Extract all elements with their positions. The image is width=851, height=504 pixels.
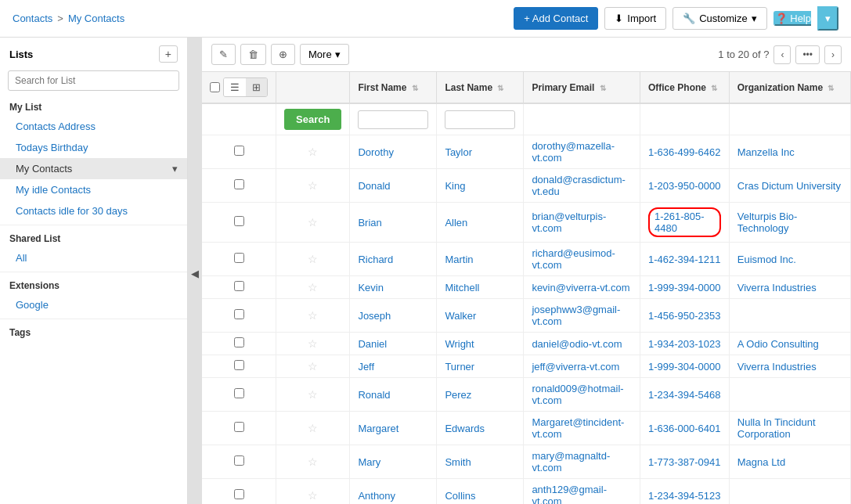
email-link[interactable]: jeff@viverra-vt.com — [532, 361, 619, 373]
org-link[interactable]: Euismod Inc. — [737, 254, 796, 265]
phone-link[interactable]: 1-203-950-0000 — [648, 180, 721, 192]
last-name-link[interactable]: Walker — [445, 310, 476, 322]
sidebar-item-my-contacts[interactable]: My Contacts ▾ — [0, 158, 187, 179]
phone-link[interactable]: 1-234-394-5123 — [648, 490, 721, 502]
row-checkbox[interactable] — [234, 253, 244, 263]
org-link[interactable]: Velturpis Bio-Technology — [737, 211, 798, 234]
first-name-link[interactable]: Jeff — [358, 361, 374, 373]
sidebar-item-todays-birthday[interactable]: Todays Birthday — [0, 137, 187, 158]
last-name-link[interactable]: Wright — [445, 338, 474, 350]
org-link[interactable]: Manzella Inc — [737, 146, 795, 158]
search-button[interactable]: Search — [284, 109, 341, 130]
more-button[interactable]: More ▾ — [300, 44, 349, 65]
add-contact-button[interactable]: + Add Contact — [514, 7, 598, 30]
breadcrumb-current[interactable]: My Contacts — [68, 13, 124, 24]
breadcrumb-root[interactable]: Contacts — [13, 13, 52, 24]
email-link[interactable]: ronald009@hotmail-vt.com — [532, 383, 623, 406]
star-icon[interactable]: ☆ — [308, 253, 318, 265]
email-link[interactable]: brian@velturpis-vt.com — [532, 211, 606, 234]
pagination-prev-button[interactable]: ‹ — [773, 45, 791, 64]
customize-button[interactable]: 🔧 Customize ▾ — [673, 7, 766, 30]
phone-link[interactable]: 1-999-304-0000 — [648, 361, 721, 373]
star-icon[interactable]: ☆ — [308, 309, 318, 322]
first-name-link[interactable]: Daniel — [358, 338, 387, 350]
last-name-link[interactable]: Allen — [445, 217, 467, 229]
search-first-name-input[interactable] — [358, 110, 428, 129]
search-last-name-input[interactable] — [445, 110, 515, 129]
last-name-link[interactable]: Taylor — [445, 146, 472, 158]
merge-button[interactable]: ⊕ — [271, 44, 295, 65]
phone-link[interactable]: 1-234-394-5468 — [648, 389, 721, 401]
star-icon[interactable]: ☆ — [308, 281, 318, 293]
sidebar-item-contacts-idle-30[interactable]: Contacts idle for 30 days — [0, 200, 187, 221]
star-icon[interactable]: ☆ — [308, 179, 318, 192]
phone-link[interactable]: 1-934-203-1023 — [648, 338, 721, 350]
email-link[interactable]: donald@crasdictum-vt.edu — [532, 174, 625, 197]
list-view-button[interactable]: ☰ — [224, 78, 246, 96]
sidebar-item-google[interactable]: Google — [0, 294, 187, 315]
list-search-input[interactable] — [8, 70, 179, 91]
row-checkbox[interactable] — [234, 422, 244, 432]
phone-link[interactable]: 1-636-000-6401 — [648, 423, 721, 434]
phone-link[interactable]: 1-773-387-0941 — [648, 456, 721, 468]
email-link[interactable]: Margaret@tincident-vt.com — [532, 416, 624, 440]
sidebar-item-all[interactable]: All — [0, 247, 187, 268]
phone-link[interactable]: 1-636-499-6462 — [648, 146, 721, 158]
phone-link[interactable]: 1-462-394-1211 — [648, 254, 721, 265]
star-icon[interactable]: ☆ — [308, 360, 318, 373]
first-name-link[interactable]: Richard — [358, 254, 393, 265]
help-caret-button[interactable]: ▾ — [817, 6, 838, 31]
first-name-link[interactable]: Brian — [358, 217, 381, 229]
row-checkbox[interactable] — [234, 216, 244, 226]
sidebar-toggle-button[interactable]: ◀ — [188, 38, 202, 504]
email-link[interactable]: anth129@gmail-vt.com — [532, 484, 607, 504]
first-name-link[interactable]: Kevin — [358, 282, 384, 293]
add-list-button[interactable]: + — [159, 45, 178, 63]
first-name-link[interactable]: Joseph — [358, 310, 391, 322]
col-header-first-name[interactable]: First Name ⇅ — [350, 72, 437, 103]
first-name-link[interactable]: Mary — [358, 456, 380, 468]
import-button[interactable]: ⬇ Import — [604, 7, 666, 30]
last-name-link[interactable]: Collins — [445, 490, 475, 502]
row-checkbox[interactable] — [234, 281, 244, 291]
star-icon[interactable]: ☆ — [308, 455, 318, 468]
first-name-link[interactable]: Margaret — [358, 423, 398, 434]
col-header-email[interactable]: Primary Email ⇅ — [524, 72, 640, 103]
org-link[interactable]: Magna Ltd — [737, 456, 785, 468]
last-name-link[interactable]: Turner — [445, 361, 474, 373]
star-icon[interactable]: ☆ — [308, 216, 318, 229]
row-checkbox[interactable] — [234, 179, 244, 189]
last-name-link[interactable]: King — [445, 180, 465, 192]
delete-button[interactable]: 🗑 — [240, 44, 266, 65]
last-name-link[interactable]: Mitchell — [445, 282, 479, 293]
last-name-link[interactable]: Edwards — [445, 423, 485, 434]
phone-link[interactable]: 1-999-394-0000 — [648, 282, 721, 293]
email-link[interactable]: daniel@odio-vt.com — [532, 338, 622, 350]
help-button[interactable]: ❓ Help — [773, 11, 811, 26]
edit-button[interactable]: ✎ — [211, 44, 236, 65]
sidebar-item-my-idle-contacts[interactable]: My idle Contacts — [0, 179, 187, 200]
star-icon[interactable]: ☆ — [308, 489, 318, 502]
org-link[interactable]: Viverra Industries — [737, 282, 817, 293]
last-name-link[interactable]: Martin — [445, 254, 473, 265]
email-link[interactable]: josephww3@gmail-vt.com — [532, 304, 620, 327]
last-name-link[interactable]: Perez — [445, 389, 471, 401]
first-name-link[interactable]: Donald — [358, 180, 390, 192]
star-icon[interactable]: ☆ — [308, 146, 318, 158]
pagination-next-button[interactable]: › — [824, 45, 842, 64]
org-link[interactable]: Viverra Industries — [737, 361, 817, 373]
grid-view-button[interactable]: ⊞ — [246, 78, 267, 96]
row-checkbox[interactable] — [234, 146, 244, 156]
first-name-link[interactable]: Ronald — [358, 389, 390, 401]
org-link[interactable]: A Odio Consulting — [737, 338, 819, 350]
star-icon[interactable]: ☆ — [308, 337, 318, 350]
col-header-phone[interactable]: Office Phone ⇅ — [640, 72, 729, 103]
star-icon[interactable]: ☆ — [308, 422, 318, 434]
email-link[interactable]: kevin@viverra-vt.com — [532, 282, 629, 293]
email-link[interactable]: richard@eusimod-vt.com — [532, 247, 615, 271]
row-checkbox[interactable] — [234, 489, 244, 499]
row-checkbox[interactable] — [234, 388, 244, 398]
last-name-link[interactable]: Smith — [445, 456, 471, 468]
row-checkbox[interactable] — [234, 455, 244, 466]
sidebar-item-contacts-address[interactable]: Contacts Address — [0, 116, 187, 137]
